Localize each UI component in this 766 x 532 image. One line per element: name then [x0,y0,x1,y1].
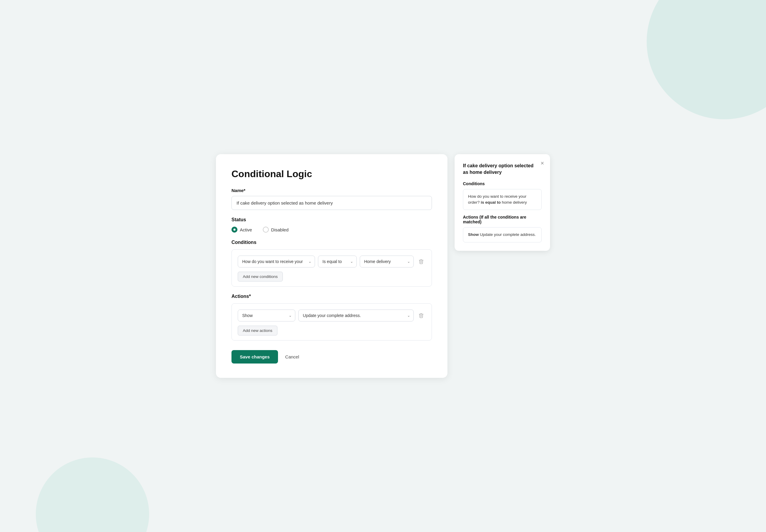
preview-actions-label: Actions (If all the conditions are match… [463,215,542,224]
bg-decoration-bottom-left [36,457,149,532]
delete-action-button[interactable] [417,311,426,320]
condition-value-wrap: Home delivery Pickup Express delivery ⌄ [360,256,414,267]
preview-action-box: Show Update your complete address. [463,227,542,242]
cancel-button[interactable]: Cancel [283,350,302,364]
add-actions-label: Add new actions [243,328,272,333]
preview-condition-box: How do you want to receive your order? i… [463,189,542,210]
trash-icon [418,259,424,264]
bg-decoration-top-right [647,0,766,119]
page-wrapper: Conditional Logic Name* Status Active Di… [204,142,562,390]
actions-label: Actions* [231,294,432,299]
action-type-select[interactable]: Show Hide Enable Disable [238,310,295,321]
action-target-wrap: Update your complete address. Pickup loc… [298,310,414,321]
condition-row-0: How do you want to receive your order? W… [238,256,426,267]
status-radio-group: Active Disabled [231,227,432,233]
preview-action-keyword: Show [468,232,479,237]
action-target-select[interactable]: Update your complete address. Pickup loc… [298,310,414,321]
add-conditions-label: Add new conditions [243,274,278,279]
condition-value-select[interactable]: Home delivery Pickup Express delivery [360,256,414,267]
preview-card: × If cake delivery option selected as ho… [455,154,550,251]
condition-question-select[interactable]: How do you want to receive your order? W… [238,256,315,267]
condition-operator-wrap: Is equal to Is not equal to Contains Doe… [318,256,357,267]
preview-close-button[interactable]: × [540,160,544,166]
page-title: Conditional Logic [231,168,432,180]
name-input[interactable] [231,196,432,210]
main-form-card: Conditional Logic Name* Status Active Di… [216,154,447,378]
action-type-wrap: Show Hide Enable Disable ⌄ [238,310,295,321]
status-disabled-label[interactable]: Disabled [271,227,288,232]
condition-operator-select[interactable]: Is equal to Is not equal to Contains Doe… [318,256,357,267]
preview-title: If cake delivery option selected as home… [463,163,542,176]
preview-condition-value: home delivery [502,200,527,205]
name-label: Name* [231,188,432,193]
condition-question-wrap: How do you want to receive your order? W… [238,256,315,267]
action-row-0: Show Hide Enable Disable ⌄ Update your c… [238,310,426,321]
preview-condition-operator: is equal to [481,200,501,205]
form-button-row: Save changes Cancel [231,350,432,364]
status-disabled-radio[interactable] [263,227,269,233]
trash-icon-action [418,313,424,318]
delete-condition-button[interactable] [417,257,426,266]
add-actions-button[interactable]: Add new actions [238,326,277,335]
conditions-box: How do you want to receive your order? W… [231,249,432,287]
conditions-label: Conditions [231,240,432,245]
preview-action-target: Update your complete address. [480,232,536,237]
preview-conditions-label: Conditions [463,181,542,186]
actions-box: Show Hide Enable Disable ⌄ Update your c… [231,303,432,341]
status-label: Status [231,217,432,222]
status-disabled-option[interactable]: Disabled [263,227,288,233]
status-active-label[interactable]: Active [240,227,252,232]
status-active-option[interactable]: Active [231,227,252,233]
add-conditions-button[interactable]: Add new conditions [238,272,283,282]
status-active-radio[interactable] [231,227,237,233]
save-changes-button[interactable]: Save changes [231,350,278,364]
